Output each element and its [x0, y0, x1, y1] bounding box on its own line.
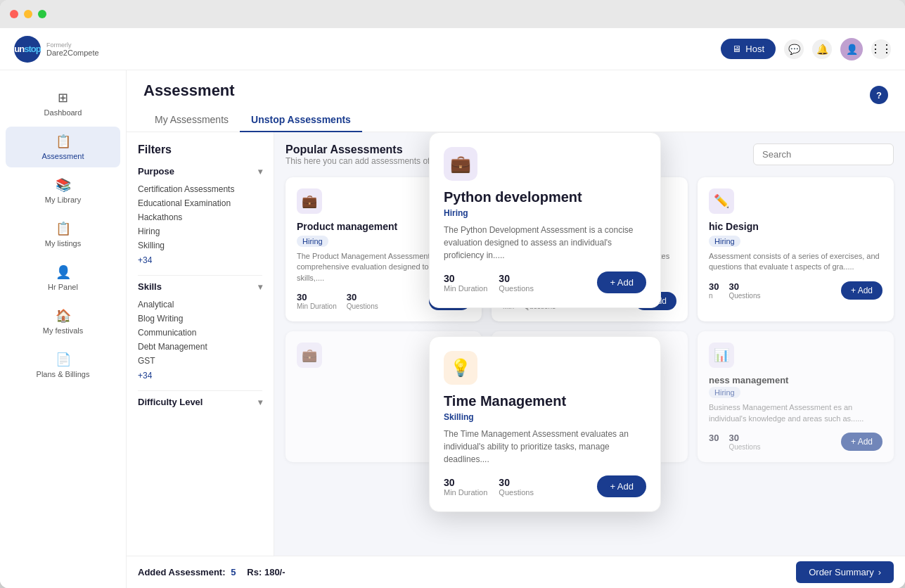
filter-skills-chevron: ▾	[258, 282, 262, 292]
card-meta-product: 30 Min Duration 30 Questions	[297, 292, 378, 310]
filter-skills-more[interactable]: +34	[138, 371, 262, 381]
popup-duration-time: 30 Min Duration	[444, 477, 487, 497]
order-summary-button[interactable]: Order Summary ›	[796, 561, 894, 583]
sidebar-item-label-listings: My listings	[45, 239, 81, 248]
dashboard-icon: ⊞	[58, 90, 68, 106]
card-duration-business: 30	[709, 433, 719, 451]
card-badge-graphic: Hiring	[709, 236, 740, 247]
card-questions-graphic: 30 Questions	[729, 281, 760, 300]
bell-icon[interactable]: 🔔	[812, 39, 832, 59]
filter-analytical[interactable]: Analytical	[138, 298, 262, 312]
popup-questions-python: 30 Questions	[499, 273, 534, 293]
filter-skilling[interactable]: Skilling	[138, 238, 262, 253]
filter-certification[interactable]: Certification Assessments	[138, 182, 262, 196]
topnav-right: 🖥 Host 💬 🔔 👤 ⋮⋮	[721, 38, 891, 60]
host-button[interactable]: 🖥 Host	[721, 39, 776, 59]
card-questions-product: 30 Questions	[347, 292, 378, 310]
filter-skills-section: Skills ▾ Analytical Blog Writing Communi…	[138, 281, 262, 381]
card-duration-val-product: 30	[297, 292, 337, 302]
card-row2-3: 📊 ness management Hiring Business Manage…	[698, 331, 894, 462]
popup-desc-python: The Python Development Assessment is a c…	[444, 224, 646, 262]
popup-python: 💼 Python development Hiring The Python D…	[429, 132, 661, 308]
add-button-business[interactable]: + Add	[841, 433, 882, 451]
price-label: Rs: 180/-	[247, 567, 285, 577]
card-icon-row2-3: 📊	[709, 343, 734, 368]
tabs: My Assessments Unstop Assessments	[143, 108, 888, 132]
sidebar-item-hr-panel[interactable]: 👤 Hr Panel	[6, 257, 120, 298]
page-title: Assessment	[143, 82, 235, 100]
logo-icon: unstop	[14, 36, 41, 63]
filter-communication[interactable]: Communication	[138, 326, 262, 340]
app-container: unstop Formerly Dare2Compete 🖥 Host 💬 🔔 …	[0, 28, 905, 588]
sidebar: ⊞ Dashboard 📋 Assessment 📚 My Library 📋 …	[0, 70, 127, 588]
popup-duration-python: 30 Min Duration	[444, 273, 487, 293]
filter-purpose-more[interactable]: +34	[138, 255, 262, 265]
tab-unstop-assessments[interactable]: Unstop Assessments	[240, 108, 362, 132]
avatar[interactable]: 👤	[840, 38, 863, 60]
card-title-business: ness management	[709, 375, 882, 385]
tab-my-assessments[interactable]: My Assessments	[143, 108, 240, 132]
popup-duration-val-python: 30	[444, 273, 487, 284]
card-duration-val-business: 30	[709, 433, 719, 443]
card-desc-graphic: Assessment consists of a series of exerc…	[709, 251, 882, 273]
card-questions-val-graphic: 30	[729, 281, 760, 292]
filter-hackathons[interactable]: Hackathons	[138, 210, 262, 224]
add-button-graphic[interactable]: + Add	[841, 281, 882, 300]
help-icon[interactable]: ?	[870, 86, 888, 104]
card-questions-lbl-business: Questions	[729, 443, 760, 451]
filter-debt-management[interactable]: Debt Management	[138, 340, 262, 354]
filter-purpose-section: Purpose ▾ Certification Assessments Educ…	[138, 166, 262, 265]
popup-questions-lbl-python: Questions	[499, 284, 534, 293]
card-questions-val-product: 30	[347, 292, 378, 302]
popup-add-button-python[interactable]: + Add	[597, 271, 646, 293]
card-questions-business: 30 Questions	[729, 433, 760, 451]
card-icon-product: 💼	[297, 188, 322, 214]
filter-purpose-header[interactable]: Purpose ▾	[138, 166, 262, 177]
app-window: unstop Formerly Dare2Compete 🖥 Host 💬 🔔 …	[0, 0, 905, 588]
minimize-btn[interactable]	[24, 10, 32, 18]
card-questions-val-business: 30	[729, 433, 760, 443]
filter-purpose-label: Purpose	[138, 166, 174, 177]
grid-icon[interactable]: ⋮⋮	[871, 39, 891, 59]
card-duration-val-graphic: 30	[709, 281, 719, 292]
popup-meta-time: 30 Min Duration 30 Questions	[444, 477, 534, 497]
sidebar-item-library[interactable]: 📚 My Library	[6, 170, 120, 211]
popup-footer-python: 30 Min Duration 30 Questions + Add	[444, 271, 646, 293]
popup-add-button-time[interactable]: + Add	[597, 475, 646, 497]
card-questions-lbl-graphic: Questions	[729, 292, 760, 300]
card-footer-graphic: 30 n 30 Questions + Add	[709, 281, 882, 300]
chat-icon[interactable]: 💬	[784, 39, 804, 59]
filter-skills-header[interactable]: Skills ▾	[138, 281, 262, 292]
card-badge-business: Hiring	[709, 387, 740, 398]
listings-icon: 📋	[56, 221, 71, 236]
popup-questions-val-python: 30	[499, 273, 534, 284]
filter-gst[interactable]: GST	[138, 354, 262, 368]
order-label: Order Summary	[809, 567, 873, 577]
filter-educational[interactable]: Educational Examination	[138, 196, 262, 210]
popup-title-time: Time Management	[444, 393, 646, 409]
sidebar-item-dashboard[interactable]: ⊞ Dashboard	[6, 83, 120, 124]
card-footer-business: 30 30 Questions + Add	[709, 433, 882, 451]
maximize-btn[interactable]	[38, 10, 46, 18]
card-graphic-design: ✏️ hic Design Hiring Assessment consists…	[698, 177, 894, 321]
logo-text: unstop	[14, 44, 40, 54]
sidebar-item-assessment[interactable]: 📋 Assessment	[6, 127, 120, 167]
card-meta-business: 30 30 Questions	[709, 433, 761, 451]
filter-difficulty-section: Difficulty Level ▾	[138, 397, 262, 407]
added-count: 5	[231, 567, 236, 577]
card-duration-lbl-product: Min Duration	[297, 302, 337, 310]
hr-icon: 👤	[56, 264, 71, 280]
filter-blog-writing[interactable]: Blog Writing	[138, 312, 262, 326]
bottom-bar: Added Assessment: 5 Rs: 180/- Order Summ…	[127, 556, 905, 588]
card-icon-graphic: ✏️	[709, 188, 734, 214]
sidebar-item-plans[interactable]: 📄 Plans & Billings	[6, 345, 120, 385]
sidebar-item-listings[interactable]: 📋 My listings	[6, 214, 120, 255]
filter-hiring[interactable]: Hiring	[138, 224, 262, 238]
divider-2	[138, 390, 262, 391]
sidebar-item-festivals[interactable]: 🏠 My festivals	[6, 301, 120, 342]
search-input[interactable]	[753, 143, 894, 165]
filter-difficulty-header[interactable]: Difficulty Level ▾	[138, 397, 262, 407]
close-btn[interactable]	[10, 10, 18, 18]
added-label: Added Assessment: 5	[138, 567, 236, 577]
card-duration-lbl-graphic: n	[709, 292, 719, 300]
